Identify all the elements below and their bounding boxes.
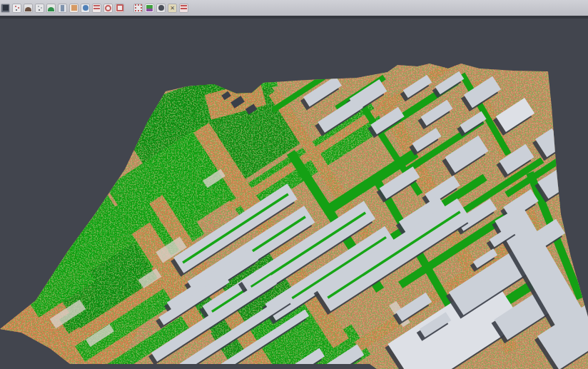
globe-icon <box>83 5 88 11</box>
classification-map-icon[interactable] <box>145 4 154 13</box>
bounding-box-icon <box>116 4 123 11</box>
globe-icon[interactable] <box>81 4 90 13</box>
grid-icon[interactable] <box>133 4 143 13</box>
grid-icon <box>135 4 142 11</box>
toolbar-separator <box>126 2 131 14</box>
select-points-icon[interactable] <box>35 4 44 13</box>
layers-icon[interactable] <box>1 4 10 13</box>
orthophoto-icon[interactable] <box>69 4 78 13</box>
dark-sphere-icon[interactable] <box>156 4 166 13</box>
classification-map-icon <box>146 5 153 11</box>
point-cloud-icon <box>15 6 16 7</box>
list-icon <box>93 5 100 11</box>
bounding-box-icon[interactable] <box>115 4 124 13</box>
dark-sphere-icon <box>158 5 164 11</box>
layers-icon <box>3 5 9 11</box>
point-cloud-icon[interactable] <box>12 4 21 13</box>
terrain-icon <box>48 7 54 11</box>
toolbar: ✕ <box>0 0 588 19</box>
terrain-3d-scene <box>0 0 588 369</box>
side-panel-icon <box>61 5 64 11</box>
orthophoto-icon <box>71 5 77 11</box>
mountain-icon <box>25 7 31 11</box>
ruler-icon[interactable] <box>179 4 188 13</box>
viewport-3d[interactable] <box>0 19 588 369</box>
measure-icon[interactable]: ✕ <box>168 4 177 13</box>
terrain-icon[interactable] <box>46 4 56 13</box>
select-points-icon <box>38 6 39 7</box>
mountain-icon[interactable] <box>24 4 33 13</box>
target-icon[interactable] <box>103 4 113 13</box>
target-icon <box>105 5 111 11</box>
list-icon[interactable] <box>92 4 101 13</box>
side-panel-icon[interactable] <box>58 4 67 13</box>
ruler-icon <box>181 5 187 11</box>
measure-icon: ✕ <box>170 4 175 12</box>
